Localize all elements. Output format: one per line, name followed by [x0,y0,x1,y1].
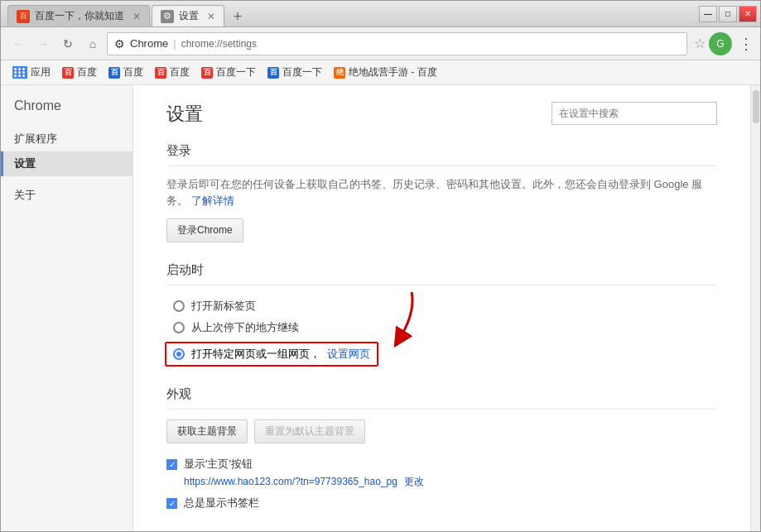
bookmark-baidu4-label: 百度一下 [216,65,256,79]
tab-favicon-baidu: 百 [17,10,30,23]
tab-settings[interactable]: ⚙ 设置 ✕ [152,5,224,26]
appearance-button-row: 获取主题背景 重置为默认主题背景 [166,419,717,443]
bookmark-baidu2[interactable]: 百 百度 [104,64,148,81]
address-bar[interactable]: ⚙ Chrome | chrome://settings [107,32,687,55]
sidebar-item-extensions[interactable]: 扩展程序 [1,127,132,151]
bookmark-apps-label: 应用 [31,65,51,79]
sidebar-item-settings[interactable]: 设置 [1,151,132,176]
sidebar-brand: Chrome [1,98,132,127]
radio-dot-specific [176,352,181,357]
sidebar-item-extensions-label: 扩展程序 [14,132,57,145]
address-site-icon: ⚙ [114,37,125,50]
section-login-desc-text: 登录后即可在您的任何设备上获取自己的书签、历史记录、密码和其他设置。此外，您还会… [166,178,702,207]
bookmark-baidu3-icon: 百 [155,67,166,79]
get-theme-button[interactable]: 获取主题背景 [166,419,248,443]
checkbox-bookmarks[interactable]: ✓ [166,498,177,509]
browser-window: 百 百度一下，你就知道 ✕ ⚙ 设置 ✕ + — □ ✕ ← → ↻ ⌂ ⚙ C… [0,0,761,532]
reset-theme-button[interactable]: 重置为默认主题背景 [254,419,365,443]
address-brand: Chrome [130,37,168,50]
startup-option-continue-label: 从上次停下的地方继续 [191,320,299,335]
tab-label-baidu: 百度一下，你就知道 [35,9,124,23]
sidebar-item-about-label: 关于 [14,189,36,201]
checkbox-bookmarks-label: 总是显示书签栏 [184,496,259,510]
scrollbar[interactable] [750,85,760,531]
tab-close-settings[interactable]: ✕ [207,11,215,22]
bookmarks-bar: 应用 百 百度 百 百度 百 百度 百 百度一下 百 百度一下 绝 绝地战营手游… [1,60,760,85]
bookmark-baidu1-icon: 百 [62,67,74,79]
bookmark-baidu2-label: 百度 [123,65,143,79]
checkbox-home-button[interactable]: ✓ 显示'主页'按钮 [166,453,717,475]
checkmark-home-btn: ✓ [169,460,176,469]
address-separator: | [173,37,176,50]
bookmark-baidu5-label: 百度一下 [282,65,322,79]
tab-close-baidu[interactable]: ✕ [132,11,141,22]
settings-panel: 设置 登录 登录后即可在您的任何设备上获取自己的书签、历史记录、密码和其他设置。… [133,85,750,531]
bookmark-baidu1-label: 百度 [77,65,97,79]
sidebar-item-about[interactable]: 关于 [1,183,132,208]
reload-button[interactable]: ↻ [57,33,79,55]
startup-option-specific-wrapper: 打开特定网页或一组网页， 设置网页 [173,342,378,367]
section-login-learn-more-link[interactable]: 了解详情 [191,194,234,207]
checkbox-home-btn[interactable]: ✓ [166,459,177,470]
login-chrome-button[interactable]: 登录Chrome [166,218,243,242]
startup-option-new-tab-label: 打开新标签页 [191,299,256,314]
startup-option-continue[interactable]: 从上次停下的地方继续 [173,317,717,338]
minimize-button[interactable]: — [699,6,717,22]
checkbox-home-btn-label: 显示'主页'按钮 [184,457,253,472]
bookmark-baidu4[interactable]: 百 百度一下 [196,64,261,81]
home-url-change-link[interactable]: 更改 [404,476,424,487]
bookmark-baidu1[interactable]: 百 百度 [57,64,102,81]
back-button[interactable]: ← [7,33,29,55]
bookmark-game[interactable]: 绝 绝地战营手游 - 百度 [329,64,442,81]
maximize-button[interactable]: □ [719,6,737,22]
apps-grid-icon [12,66,27,79]
bookmark-game-label: 绝地战营手游 - 百度 [349,65,437,79]
new-tab-button[interactable]: + [226,7,249,26]
bookmark-apps[interactable]: 应用 [7,64,55,81]
content-area: Chrome 扩展程序 设置 关于 设置 登录 登录后即可在您的任何设备上获 [1,85,760,531]
address-url: chrome://settings [181,38,257,50]
google-account-button[interactable]: G [709,32,732,55]
bookmark-baidu5[interactable]: 百 百度一下 [262,64,327,81]
checkmark-bookmarks: ✓ [169,499,176,508]
tab-bar: 百 百度一下，你就知道 ✕ ⚙ 设置 ✕ + [7,1,699,26]
radio-new-tab[interactable] [173,300,185,312]
startup-option-specific-label: 打开特定网页或一组网页， [191,347,320,362]
section-startup-title: 启动时 [166,262,717,285]
home-button[interactable]: ⌂ [82,33,104,55]
startup-radio-group: 打开新标签页 从上次停下的地方继续 打开特定网页或一组网页， [173,295,717,367]
sidebar-item-settings-label: 设置 [14,157,36,170]
section-appearance: 外观 获取主题背景 重置为默认主题背景 ✓ 显示'主页'按钮 https://w… [166,386,717,514]
tab-favicon-settings: ⚙ [161,10,174,23]
section-startup: 启动时 打开新标签页 从上次停下的地方继续 [166,262,717,367]
checkbox-bookmarks-bar[interactable]: ✓ 总是显示书签栏 [166,492,717,514]
page-title: 设置 [166,102,203,127]
forward-button[interactable]: → [32,33,54,55]
scrollbar-thumb[interactable] [753,90,759,123]
radio-continue[interactable] [173,322,185,333]
startup-set-pages-link[interactable]: 设置网页 [327,347,370,362]
bookmark-baidu5-icon: 百 [267,67,279,79]
bookmark-baidu2-icon: 百 [108,67,120,79]
navbar: ← → ↻ ⌂ ⚙ Chrome | chrome://settings ☆ G… [1,27,760,60]
bookmark-baidu3[interactable]: 百 百度 [150,64,195,81]
section-appearance-title: 外观 [166,386,717,410]
bookmark-game-icon: 绝 [334,67,345,79]
sidebar: Chrome 扩展程序 设置 关于 [1,85,133,531]
bookmark-star-icon[interactable]: ☆ [694,36,706,51]
tab-label-settings: 设置 [179,9,199,23]
window-controls: — □ ✕ [699,6,760,22]
tab-baidu[interactable]: 百 百度一下，你就知道 ✕ [7,5,150,26]
settings-header: 设置 [166,102,717,127]
radio-specific[interactable] [173,348,185,360]
bookmark-baidu3-label: 百度 [170,65,190,79]
startup-option-specific[interactable]: 打开特定网页或一组网页， 设置网页 [165,342,378,367]
home-url-text: https://www.hao123.com/?tn=97739365_hao_… [184,476,397,487]
settings-search-input[interactable] [551,102,717,125]
titlebar: 百 百度一下，你就知道 ✕ ⚙ 设置 ✕ + — □ ✕ [1,1,760,27]
menu-button[interactable]: ⋮ [739,35,754,53]
close-button[interactable]: ✕ [739,6,757,22]
section-login-desc: 登录后即可在您的任何设备上获取自己的书签、历史记录、密码和其他设置。此外，您还会… [166,176,717,208]
startup-option-new-tab[interactable]: 打开新标签页 [173,295,717,317]
section-login: 登录 登录后即可在您的任何设备上获取自己的书签、历史记录、密码和其他设置。此外，… [166,143,717,242]
